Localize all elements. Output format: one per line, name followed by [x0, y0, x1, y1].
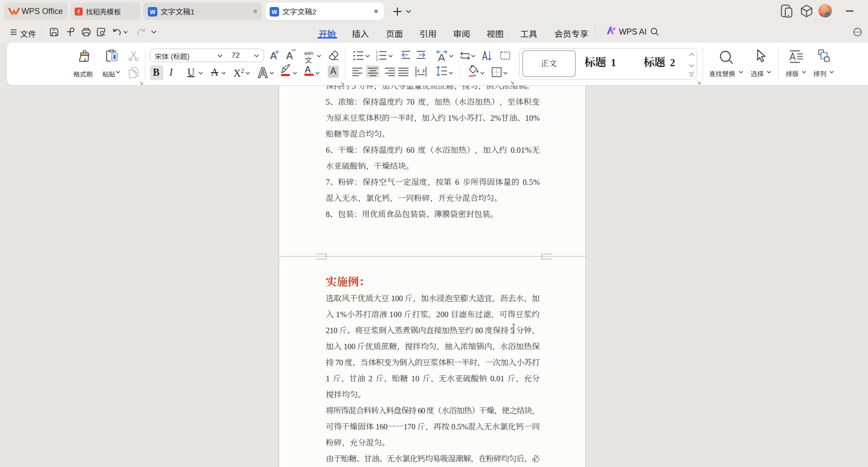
svg-text:W: W — [150, 9, 155, 15]
svg-text:3: 3 — [376, 58, 378, 61]
svg-text:文: 文 — [305, 55, 312, 63]
svg-text:W: W — [272, 9, 277, 15]
svg-text:1: 1 — [376, 50, 378, 54]
svg-text:2: 2 — [376, 54, 378, 58]
